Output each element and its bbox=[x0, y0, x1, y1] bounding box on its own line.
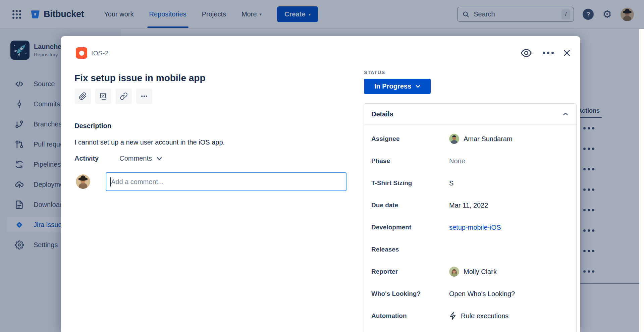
details-row-phase: Phase None bbox=[364, 150, 576, 172]
details-row-due-date: Due date Mar 11, 2022 bbox=[364, 194, 576, 216]
details-row-development: Development setup-mobile-iOS bbox=[364, 216, 576, 238]
current-user-avatar bbox=[76, 174, 90, 189]
assignee-avatar bbox=[449, 134, 459, 144]
description-text[interactable]: I cannot set up a new user account in th… bbox=[74, 139, 225, 146]
status-dropdown-button[interactable]: In Progress bbox=[364, 79, 431, 94]
chevron-up-icon bbox=[563, 112, 568, 116]
development-branch-link[interactable]: setup-mobile-iOS bbox=[449, 224, 501, 231]
description-heading: Description bbox=[74, 122, 111, 130]
bitbucket-app: Bitbucket Your work Repositories Project… bbox=[0, 0, 644, 332]
close-icon[interactable] bbox=[562, 49, 571, 57]
details-row-tshirt-sizing: T-Shirt Sizing S bbox=[364, 172, 576, 194]
reporter-value[interactable]: Molly Clark bbox=[449, 267, 497, 277]
more-actions-icon[interactable] bbox=[543, 52, 554, 54]
issue-quick-actions bbox=[75, 89, 152, 104]
details-row-automation: Automation Rule executions bbox=[364, 305, 576, 327]
bug-issue-type-icon[interactable] bbox=[76, 47, 87, 59]
details-heading: Details bbox=[371, 110, 393, 118]
lightning-icon bbox=[449, 312, 457, 320]
details-row-reporter: Reporter Molly Clark bbox=[364, 261, 576, 283]
link-icon bbox=[120, 92, 128, 100]
chevron-down-icon bbox=[157, 157, 162, 160]
comment-placeholder: Add a comment... bbox=[111, 178, 164, 186]
details-panel-header[interactable]: Details bbox=[364, 104, 576, 125]
reporter-avatar bbox=[449, 267, 459, 277]
details-panel: Details Assignee bbox=[364, 103, 577, 332]
phase-value[interactable]: None bbox=[449, 157, 465, 165]
ellipsis-icon bbox=[140, 92, 148, 100]
more-quick-actions-button[interactable] bbox=[136, 89, 152, 104]
details-row-releases: Releases bbox=[364, 238, 576, 261]
watch-eye-icon[interactable] bbox=[521, 49, 532, 57]
assignee-value[interactable]: Amar Sundaram bbox=[449, 134, 513, 144]
issue-title[interactable]: Fix setup issue in mobile app bbox=[74, 73, 206, 84]
details-row-assignee: Assignee Amar Sundaram bbox=[364, 128, 576, 150]
jira-issue-modal: IOS-2 Fix setup issue in mobile app bbox=[61, 36, 580, 332]
details-row-whos-looking: Who's Looking? Open Who's Looking? bbox=[364, 283, 576, 305]
issue-key[interactable]: IOS-2 bbox=[91, 50, 109, 57]
link-issue-button[interactable] bbox=[116, 89, 132, 104]
whos-looking-value[interactable]: Open Who's Looking? bbox=[449, 290, 515, 298]
text-cursor bbox=[110, 177, 111, 186]
activity-filter-dropdown[interactable]: Comments bbox=[119, 155, 162, 162]
comment-input[interactable]: Add a comment... bbox=[106, 172, 346, 191]
status-field-label: STATUS bbox=[364, 69, 385, 75]
attach-button[interactable] bbox=[75, 89, 91, 104]
automation-rule-executions[interactable]: Rule executions bbox=[449, 312, 508, 320]
tshirt-sizing-value[interactable]: S bbox=[449, 179, 453, 187]
activity-heading: Activity bbox=[74, 155, 99, 162]
paperclip-icon bbox=[79, 92, 87, 100]
chevron-down-icon bbox=[416, 85, 420, 88]
due-date-value[interactable]: Mar 11, 2022 bbox=[449, 202, 488, 209]
checklist-icon bbox=[99, 92, 107, 100]
page-scrollbar-track[interactable] bbox=[639, 29, 644, 332]
add-child-issue-button[interactable] bbox=[95, 89, 111, 104]
